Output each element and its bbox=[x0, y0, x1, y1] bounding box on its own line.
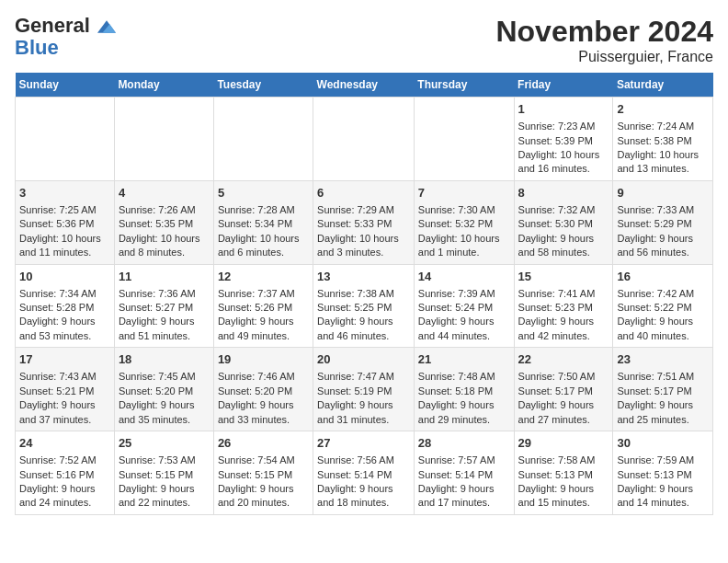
day-info: Sunset: 5:30 PM bbox=[518, 217, 609, 231]
day-info: Sunset: 5:15 PM bbox=[218, 468, 309, 482]
logo: General Blue bbox=[15, 15, 116, 59]
day-info: Sunrise: 7:57 AM bbox=[418, 454, 510, 467]
table-row: 21Sunrise: 7:48 AMSunset: 5:18 PMDayligh… bbox=[414, 348, 514, 431]
day-number: 3 bbox=[19, 185, 110, 201]
day-number: 19 bbox=[218, 351, 309, 368]
page-header: General Blue November 2024 Puisserguier,… bbox=[15, 15, 713, 65]
day-info: Sunset: 5:13 PM bbox=[518, 468, 609, 482]
header-friday: Friday bbox=[514, 73, 613, 98]
day-info: Daylight: 9 hours and 20 minutes. bbox=[218, 482, 309, 511]
calendar-week-row: 10Sunrise: 7:34 AMSunset: 5:28 PMDayligh… bbox=[16, 264, 713, 348]
day-info: Sunrise: 7:29 AM bbox=[317, 203, 410, 217]
day-number: 10 bbox=[19, 269, 110, 285]
table-row: 24Sunrise: 7:52 AMSunset: 5:16 PMDayligh… bbox=[16, 431, 115, 515]
table-row bbox=[114, 98, 213, 181]
day-number: 18 bbox=[119, 351, 210, 368]
table-row: 23Sunrise: 7:51 AMSunset: 5:17 PMDayligh… bbox=[613, 348, 713, 431]
day-info: Sunrise: 7:46 AM bbox=[218, 370, 309, 384]
table-row: 14Sunrise: 7:39 AMSunset: 5:24 PMDayligh… bbox=[414, 264, 514, 348]
day-info: Sunset: 5:38 PM bbox=[617, 134, 709, 148]
day-number: 12 bbox=[218, 269, 309, 285]
day-info: Daylight: 9 hours and 27 minutes. bbox=[518, 398, 609, 427]
day-info: Sunrise: 7:59 AM bbox=[617, 454, 709, 467]
day-info: Sunset: 5:22 PM bbox=[617, 301, 709, 315]
day-info: Daylight: 9 hours and 58 minutes. bbox=[518, 232, 609, 260]
day-number: 27 bbox=[317, 435, 410, 452]
table-row: 5Sunrise: 7:28 AMSunset: 5:34 PMDaylight… bbox=[213, 180, 313, 264]
table-row: 25Sunrise: 7:53 AMSunset: 5:15 PMDayligh… bbox=[114, 431, 213, 515]
day-info: Sunset: 5:18 PM bbox=[418, 385, 510, 398]
day-info: Sunrise: 7:32 AM bbox=[518, 203, 609, 217]
day-number: 21 bbox=[418, 351, 510, 368]
day-info: Sunrise: 7:38 AM bbox=[317, 287, 410, 301]
day-number: 29 bbox=[518, 435, 609, 452]
day-info: Daylight: 10 hours and 11 minutes. bbox=[19, 232, 110, 260]
day-info: Daylight: 9 hours and 25 minutes. bbox=[617, 398, 709, 427]
day-info: Daylight: 10 hours and 16 minutes. bbox=[518, 148, 609, 177]
day-number: 7 bbox=[418, 185, 510, 201]
day-info: Daylight: 9 hours and 29 minutes. bbox=[418, 398, 510, 427]
day-info: Sunrise: 7:52 AM bbox=[19, 454, 110, 467]
day-info: Sunrise: 7:45 AM bbox=[119, 370, 210, 384]
table-row: 1Sunrise: 7:23 AMSunset: 5:39 PMDaylight… bbox=[514, 98, 613, 181]
day-info: Sunset: 5:20 PM bbox=[218, 385, 309, 398]
day-number: 22 bbox=[518, 351, 609, 368]
header-wednesday: Wednesday bbox=[313, 73, 415, 98]
table-row: 17Sunrise: 7:43 AMSunset: 5:21 PMDayligh… bbox=[16, 348, 115, 431]
page-subtitle: Puisserguier, France bbox=[495, 49, 713, 65]
day-info: Sunrise: 7:42 AM bbox=[617, 287, 709, 301]
day-info: Daylight: 9 hours and 14 minutes. bbox=[617, 482, 709, 511]
day-info: Sunset: 5:16 PM bbox=[19, 468, 110, 482]
day-info: Daylight: 10 hours and 3 minutes. bbox=[317, 232, 410, 260]
table-row: 15Sunrise: 7:41 AMSunset: 5:23 PMDayligh… bbox=[514, 264, 613, 348]
header-monday: Monday bbox=[114, 73, 213, 98]
day-info: Sunset: 5:21 PM bbox=[19, 385, 110, 398]
day-info: Sunrise: 7:54 AM bbox=[218, 454, 309, 467]
day-info: Daylight: 9 hours and 17 minutes. bbox=[418, 482, 510, 511]
day-number: 24 bbox=[19, 435, 110, 452]
day-info: Daylight: 9 hours and 18 minutes. bbox=[317, 482, 410, 511]
day-info: Sunset: 5:13 PM bbox=[617, 468, 709, 482]
day-info: Sunset: 5:26 PM bbox=[218, 301, 309, 315]
table-row bbox=[414, 98, 514, 181]
day-info: Daylight: 9 hours and 37 minutes. bbox=[19, 398, 110, 427]
day-info: Sunrise: 7:23 AM bbox=[518, 120, 609, 133]
logo-line1: General bbox=[15, 14, 90, 37]
day-info: Daylight: 9 hours and 53 minutes. bbox=[19, 315, 110, 343]
day-info: Sunrise: 7:50 AM bbox=[518, 370, 609, 384]
table-row: 3Sunrise: 7:25 AMSunset: 5:36 PMDaylight… bbox=[16, 180, 115, 264]
day-number: 4 bbox=[119, 185, 210, 201]
table-row: 11Sunrise: 7:36 AMSunset: 5:27 PMDayligh… bbox=[114, 264, 213, 348]
day-info: Daylight: 9 hours and 49 minutes. bbox=[218, 315, 309, 343]
day-info: Sunrise: 7:26 AM bbox=[119, 203, 210, 217]
day-info: Sunset: 5:36 PM bbox=[19, 217, 110, 231]
day-info: Sunset: 5:14 PM bbox=[317, 468, 410, 482]
day-number: 14 bbox=[418, 269, 510, 285]
table-row: 9Sunrise: 7:33 AMSunset: 5:29 PMDaylight… bbox=[613, 180, 713, 264]
header-thursday: Thursday bbox=[414, 73, 514, 98]
day-info: Sunset: 5:25 PM bbox=[317, 301, 410, 315]
logo-line2: Blue bbox=[15, 36, 59, 59]
calendar-week-row: 1Sunrise: 7:23 AMSunset: 5:39 PMDaylight… bbox=[16, 98, 713, 181]
day-info: Sunrise: 7:33 AM bbox=[617, 203, 709, 217]
day-number: 26 bbox=[218, 435, 309, 452]
day-info: Sunrise: 7:41 AM bbox=[518, 287, 609, 301]
calendar-week-row: 3Sunrise: 7:25 AMSunset: 5:36 PMDaylight… bbox=[16, 180, 713, 264]
day-number: 6 bbox=[317, 185, 410, 201]
weekday-header-row: Sunday Monday Tuesday Wednesday Thursday… bbox=[16, 73, 713, 98]
logo-text: General bbox=[15, 15, 116, 37]
day-info: Daylight: 9 hours and 46 minutes. bbox=[317, 315, 410, 343]
day-number: 28 bbox=[418, 435, 510, 452]
day-number: 9 bbox=[617, 185, 709, 201]
day-info: Daylight: 9 hours and 51 minutes. bbox=[119, 315, 210, 343]
calendar-week-row: 24Sunrise: 7:52 AMSunset: 5:16 PMDayligh… bbox=[16, 431, 713, 515]
day-info: Daylight: 10 hours and 6 minutes. bbox=[218, 232, 309, 260]
day-info: Sunset: 5:17 PM bbox=[518, 385, 609, 398]
day-info: Sunset: 5:33 PM bbox=[317, 217, 410, 231]
table-row: 26Sunrise: 7:54 AMSunset: 5:15 PMDayligh… bbox=[213, 431, 313, 515]
day-info: Daylight: 9 hours and 22 minutes. bbox=[119, 482, 210, 511]
day-info: Daylight: 9 hours and 44 minutes. bbox=[418, 315, 510, 343]
day-number: 25 bbox=[119, 435, 210, 452]
day-info: Sunrise: 7:51 AM bbox=[617, 370, 709, 384]
day-info: Sunset: 5:17 PM bbox=[617, 385, 709, 398]
